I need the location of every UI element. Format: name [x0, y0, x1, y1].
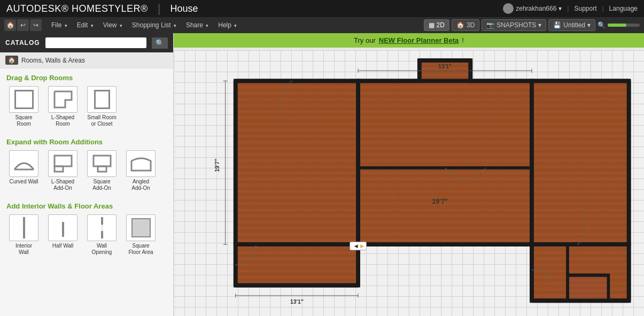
redo-button[interactable]: ↪	[30, 19, 42, 31]
svg-text:►: ►	[359, 243, 365, 249]
zoom-fill	[608, 24, 626, 27]
wall-opening-icon	[97, 216, 107, 240]
lshaped-room-item[interactable]: L-ShapedRoom	[45, 86, 80, 127]
user-info[interactable]: zehrakhan666 ▾	[503, 3, 562, 14]
menu-edit[interactable]: Edit ▾	[73, 19, 98, 31]
zoom-control[interactable]	[608, 24, 640, 27]
svg-rect-3	[94, 156, 111, 166]
save-icon: 💾	[553, 21, 561, 29]
halfwall-icon	[62, 222, 64, 237]
promo-link[interactable]: NEW Floor Planner Beta	[379, 36, 459, 44]
3d-icon: 🏠	[456, 21, 464, 29]
square-floor-item[interactable]: SquareFloor Area	[123, 214, 158, 256]
menu-help[interactable]: Help ▾	[214, 19, 241, 31]
square-addon-label: SquareAdd-On	[92, 179, 111, 191]
magnify-icon: 🔍	[598, 21, 606, 29]
view-3d-button[interactable]: 🏠 3D	[452, 19, 479, 31]
snapshots-button[interactable]: 📷 SNAPSHOTS ▾	[482, 19, 546, 31]
square-addon-item[interactable]: SquareAdd-On	[84, 150, 119, 191]
angled-addon-item[interactable]: AngledAdd-On	[123, 150, 158, 191]
square-addon-icon	[91, 153, 113, 174]
menu-view[interactable]: View ▾	[99, 19, 127, 31]
interior-wall-item[interactable]: InteriorWall	[6, 214, 41, 256]
catalog-label: CATALOG	[5, 39, 40, 47]
menu-share[interactable]: Share ▾	[182, 19, 213, 31]
canvas-area[interactable]: Try our NEW Floor Planner Beta !	[174, 33, 644, 316]
snapshots-label: SNAPSHOTS	[496, 21, 536, 29]
square-room-icon	[9, 86, 38, 113]
square-room-item[interactable]: SquareRoom	[6, 86, 41, 127]
separator: |	[567, 5, 569, 12]
help-arrow: ▾	[234, 23, 237, 28]
lshaped-addon-icon	[52, 153, 74, 174]
undo-button[interactable]: ↩	[17, 19, 29, 31]
square-room-label: SquareRoom	[15, 114, 32, 127]
svg-marker-21	[532, 81, 629, 244]
svg-text:19'7": 19'7"	[432, 198, 448, 205]
drag-drop-grid: SquareRoom L-ShapedRoom Small Roomor Clo…	[6, 86, 167, 127]
menu-bar: 🏠 ↩ ↪ File ▾ Edit ▾ View ▾ Shopping List…	[0, 17, 644, 33]
home-button[interactable]: 🏠	[4, 19, 16, 31]
square-addon-icon-box	[87, 150, 117, 177]
half-wall-item[interactable]: Half Wall	[45, 214, 80, 256]
interior-wall-icon-box	[9, 214, 38, 241]
menu-file[interactable]: File ▾	[47, 19, 72, 31]
promo-text: Try our	[354, 36, 376, 44]
2d-icon: ▦	[429, 21, 434, 29]
view-2d-button[interactable]: ▦ 2D	[424, 19, 449, 31]
2d-label: 2D	[437, 21, 445, 29]
menu-shopping[interactable]: Shopping List ▾	[128, 19, 181, 31]
room-additions-grid: Curved Wall L-ShapedAdd-On	[6, 150, 167, 191]
lshaped-addon-label: L-ShapedAdd-On	[51, 179, 74, 191]
lshaped-room-icon-box	[48, 86, 77, 113]
drag-drop-section: Drag & Drop Rooms SquareRoom L-ShapedRoo…	[0, 68, 173, 133]
page-title: House	[170, 3, 198, 14]
small-room-label: Small Roomor Closet	[87, 114, 116, 127]
untitled-button[interactable]: 💾 Untitled ▾	[548, 19, 595, 31]
brand-left: AUTODESK® HOMESTYLER® | House	[6, 2, 198, 16]
svg-rect-4	[98, 166, 106, 172]
3d-label: 3D	[467, 21, 475, 29]
lshaped-addon-item[interactable]: L-ShapedAdd-On	[45, 150, 80, 191]
lshaped-icon	[52, 89, 74, 110]
curved-wall-icon-box	[9, 150, 38, 177]
drag-drop-title: Drag & Drop Rooms	[6, 74, 167, 82]
floor-plan-svg[interactable]: 13'1" 19'7" 19'7" 13'1" ◄ ►	[195, 50, 639, 316]
wall-opening-icon-box	[87, 214, 117, 241]
main-content: CATALOG 🔍 🏠 Rooms, Walls & Areas Drag & …	[0, 33, 644, 316]
sidebar: CATALOG 🔍 🏠 Rooms, Walls & Areas Drag & …	[0, 33, 174, 316]
catalog-header: CATALOG 🔍	[0, 33, 173, 52]
square-floor-icon-box	[126, 214, 156, 241]
catalog-search-button[interactable]: 🔍	[152, 37, 168, 49]
half-wall-label: Half Wall	[52, 243, 74, 249]
view-arrow: ▾	[120, 23, 122, 28]
svg-rect-1	[55, 156, 72, 166]
user-dropdown-arrow[interactable]: ▾	[558, 5, 562, 12]
avatar	[503, 3, 514, 14]
shopping-arrow: ▾	[174, 23, 176, 28]
language-link[interactable]: Language	[609, 5, 638, 12]
svg-text:◄: ◄	[353, 243, 359, 249]
svg-text:13'1": 13'1"	[438, 63, 452, 70]
room-additions-section: Expand with Room Additions Curved Wall	[0, 133, 173, 197]
catalog-search-input[interactable]	[45, 37, 146, 48]
curved-wall-item[interactable]: Curved Wall	[6, 150, 41, 191]
floor-plan[interactable]: 13'1" 19'7" 19'7" 13'1" ◄ ►	[195, 50, 639, 316]
curved-wall-label: Curved Wall	[9, 179, 38, 185]
breadcrumb-home-icon[interactable]: 🏠	[5, 56, 18, 65]
room-additions-title: Expand with Room Additions	[6, 138, 167, 146]
zoom-bar[interactable]	[608, 24, 640, 27]
untitled-arrow: ▾	[587, 21, 591, 29]
snapshots-arrow: ▾	[538, 21, 541, 29]
small-room-item[interactable]: Small Roomor Closet	[84, 86, 119, 127]
promo-bar: Try our NEW Floor Planner Beta !	[174, 33, 644, 48]
small-room-icon	[94, 90, 110, 109]
svg-text:19'7": 19'7"	[214, 159, 220, 172]
svg-marker-22	[236, 244, 358, 285]
username: zehrakhan666	[516, 5, 556, 12]
view-controls: ▦ 2D 🏠 3D 📷 SNAPSHOTS ▾ 💾 Untitled ▾ 🔍	[424, 19, 640, 31]
brand-right: zehrakhan666 ▾ | Support | Language	[503, 3, 638, 14]
wall-opening-label: WallOpening	[92, 243, 112, 256]
wall-opening-item[interactable]: WallOpening	[84, 214, 119, 256]
support-link[interactable]: Support	[574, 5, 596, 12]
